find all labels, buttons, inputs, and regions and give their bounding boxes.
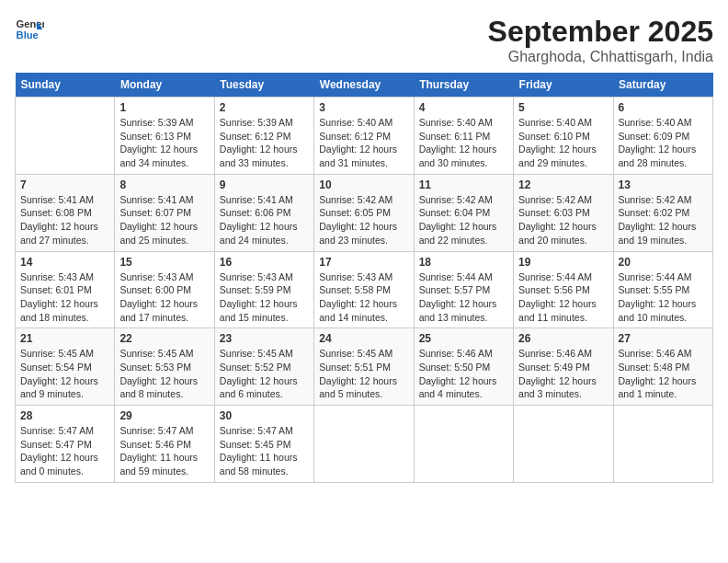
day-number: 10 [319,178,408,191]
weekday-header: Monday [115,73,214,98]
day-number: 7 [20,178,109,191]
day-info: Sunrise: 5:47 AMSunset: 5:46 PMDaylight:… [119,424,209,478]
calendar-cell [314,406,414,483]
day-info: Sunrise: 5:44 AMSunset: 5:57 PMDaylight:… [419,270,508,325]
calendar-cell [16,98,115,175]
calendar-cell: 26Sunrise: 5:46 AMSunset: 5:49 PMDayligh… [514,328,613,406]
calendar-table: SundayMondayTuesdayWednesdayThursdayFrid… [15,73,713,483]
day-number: 19 [518,256,608,269]
day-number: 14 [20,256,109,269]
day-info: Sunrise: 5:43 AMSunset: 6:01 PMDaylight:… [20,270,109,325]
day-number: 11 [419,178,508,191]
logo-icon: General Blue [15,15,44,44]
day-info: Sunrise: 5:42 AMSunset: 6:05 PMDaylight:… [319,193,408,247]
day-number: 23 [220,332,309,345]
calendar-week-row: 7Sunrise: 5:41 AMSunset: 6:08 PMDaylight… [16,174,713,251]
calendar-cell: 17Sunrise: 5:43 AMSunset: 5:58 PMDayligh… [314,251,414,328]
page-title: September 2025 [488,15,713,49]
calendar-cell: 19Sunrise: 5:44 AMSunset: 5:56 PMDayligh… [514,251,613,328]
svg-text:Blue: Blue [17,29,39,40]
day-number: 3 [319,101,408,114]
day-number: 27 [619,332,708,345]
day-info: Sunrise: 5:42 AMSunset: 6:03 PMDaylight:… [518,193,608,247]
calendar-cell: 25Sunrise: 5:46 AMSunset: 5:50 PMDayligh… [414,328,513,406]
day-number: 24 [319,332,408,345]
calendar-cell: 23Sunrise: 5:45 AMSunset: 5:52 PMDayligh… [214,328,313,406]
title-block: September 2025 Gharghoda, Chhattisgarh, … [488,15,713,65]
day-info: Sunrise: 5:40 AMSunset: 6:09 PMDaylight:… [619,116,708,170]
calendar-cell: 20Sunrise: 5:44 AMSunset: 5:55 PMDayligh… [613,251,712,328]
calendar-cell: 27Sunrise: 5:46 AMSunset: 5:48 PMDayligh… [613,328,712,406]
day-number: 5 [518,101,608,114]
day-info: Sunrise: 5:40 AMSunset: 6:11 PMDaylight:… [419,116,508,170]
weekday-header: Thursday [414,73,513,98]
calendar-cell: 11Sunrise: 5:42 AMSunset: 6:04 PMDayligh… [414,174,513,251]
day-info: Sunrise: 5:44 AMSunset: 5:55 PMDaylight:… [619,270,708,325]
weekday-header: Friday [514,73,613,98]
calendar-cell: 16Sunrise: 5:43 AMSunset: 5:59 PMDayligh… [214,251,313,328]
day-number: 29 [119,409,209,422]
day-number: 4 [419,101,508,114]
day-info: Sunrise: 5:39 AMSunset: 6:12 PMDaylight:… [220,116,309,170]
day-info: Sunrise: 5:42 AMSunset: 6:02 PMDaylight:… [619,193,708,247]
calendar-cell: 30Sunrise: 5:47 AMSunset: 5:45 PMDayligh… [214,406,313,483]
day-number: 25 [419,332,508,345]
calendar-week-row: 21Sunrise: 5:45 AMSunset: 5:54 PMDayligh… [16,328,713,406]
day-info: Sunrise: 5:43 AMSunset: 5:58 PMDaylight:… [319,270,408,325]
day-number: 21 [20,332,109,345]
calendar-week-row: 1Sunrise: 5:39 AMSunset: 6:13 PMDaylight… [16,98,713,175]
header: General Blue September 2025 Gharghoda, C… [15,15,713,65]
day-info: Sunrise: 5:39 AMSunset: 6:13 PMDaylight:… [119,116,209,170]
day-info: Sunrise: 5:43 AMSunset: 5:59 PMDaylight:… [220,270,309,325]
calendar-cell: 14Sunrise: 5:43 AMSunset: 6:01 PMDayligh… [16,251,115,328]
calendar-cell: 9Sunrise: 5:41 AMSunset: 6:06 PMDaylight… [214,174,313,251]
day-info: Sunrise: 5:45 AMSunset: 5:51 PMDaylight:… [319,347,408,401]
day-info: Sunrise: 5:41 AMSunset: 6:06 PMDaylight:… [220,193,309,247]
weekday-header: Tuesday [214,73,313,98]
day-number: 6 [619,101,708,114]
calendar-cell [514,406,613,483]
day-info: Sunrise: 5:40 AMSunset: 6:10 PMDaylight:… [518,116,608,170]
calendar-cell: 2Sunrise: 5:39 AMSunset: 6:12 PMDaylight… [214,98,313,175]
day-number: 22 [119,332,209,345]
day-info: Sunrise: 5:40 AMSunset: 6:12 PMDaylight:… [319,116,408,170]
weekday-header: Saturday [613,73,712,98]
calendar-cell: 22Sunrise: 5:45 AMSunset: 5:53 PMDayligh… [115,328,214,406]
day-number: 2 [220,101,309,114]
calendar-cell: 28Sunrise: 5:47 AMSunset: 5:47 PMDayligh… [16,406,115,483]
calendar-week-row: 28Sunrise: 5:47 AMSunset: 5:47 PMDayligh… [16,406,713,483]
day-info: Sunrise: 5:47 AMSunset: 5:45 PMDaylight:… [220,424,309,478]
day-number: 30 [220,409,309,422]
day-info: Sunrise: 5:46 AMSunset: 5:48 PMDaylight:… [619,347,708,401]
day-number: 28 [20,409,109,422]
calendar-cell: 12Sunrise: 5:42 AMSunset: 6:03 PMDayligh… [514,174,613,251]
day-info: Sunrise: 5:44 AMSunset: 5:56 PMDaylight:… [518,270,608,325]
day-number: 18 [419,256,508,269]
day-number: 12 [518,178,608,191]
weekday-header: Wednesday [314,73,414,98]
calendar-cell: 3Sunrise: 5:40 AMSunset: 6:12 PMDaylight… [314,98,414,175]
calendar-cell: 8Sunrise: 5:41 AMSunset: 6:07 PMDaylight… [115,174,214,251]
day-info: Sunrise: 5:41 AMSunset: 6:07 PMDaylight:… [119,193,209,247]
day-info: Sunrise: 5:42 AMSunset: 6:04 PMDaylight:… [419,193,508,247]
calendar-cell: 18Sunrise: 5:44 AMSunset: 5:57 PMDayligh… [414,251,513,328]
day-info: Sunrise: 5:46 AMSunset: 5:50 PMDaylight:… [419,347,508,401]
day-info: Sunrise: 5:46 AMSunset: 5:49 PMDaylight:… [518,347,608,401]
calendar-cell: 13Sunrise: 5:42 AMSunset: 6:02 PMDayligh… [613,174,712,251]
day-number: 16 [220,256,309,269]
day-info: Sunrise: 5:47 AMSunset: 5:47 PMDaylight:… [20,424,109,478]
calendar-cell: 5Sunrise: 5:40 AMSunset: 6:10 PMDaylight… [514,98,613,175]
day-number: 13 [619,178,708,191]
calendar-cell: 15Sunrise: 5:43 AMSunset: 6:00 PMDayligh… [115,251,214,328]
day-number: 15 [119,256,209,269]
day-info: Sunrise: 5:41 AMSunset: 6:08 PMDaylight:… [20,193,109,247]
page-subtitle: Gharghoda, Chhattisgarh, India [488,49,713,65]
day-info: Sunrise: 5:45 AMSunset: 5:53 PMDaylight:… [119,347,209,401]
calendar-cell: 1Sunrise: 5:39 AMSunset: 6:13 PMDaylight… [115,98,214,175]
day-info: Sunrise: 5:45 AMSunset: 5:54 PMDaylight:… [20,347,109,401]
day-number: 20 [619,256,708,269]
calendar-cell: 10Sunrise: 5:42 AMSunset: 6:05 PMDayligh… [314,174,414,251]
calendar-cell [414,406,513,483]
calendar-cell: 29Sunrise: 5:47 AMSunset: 5:46 PMDayligh… [115,406,214,483]
day-number: 1 [119,101,209,114]
